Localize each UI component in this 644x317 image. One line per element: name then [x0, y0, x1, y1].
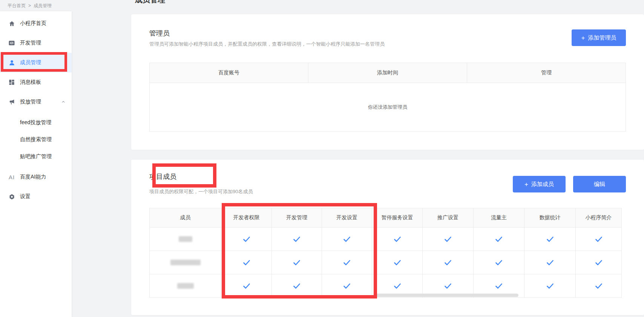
permission-cell	[524, 228, 576, 251]
sidebar-item-message-template[interactable]: 消息模板	[0, 72, 72, 92]
permission-cell	[474, 228, 524, 251]
permission-cell	[423, 228, 474, 251]
check-icon	[444, 260, 452, 266]
sidebar-item-miniprogram-home[interactable]: 小程序首页	[0, 14, 72, 33]
admin-card-description: 管理员可添加智能小程序项目成员，并配置成员的权限，查看详细说明，一个智能小程序只…	[149, 41, 385, 48]
member-name-blurred	[177, 283, 194, 289]
member-management-screen: 平台首页 > 成员管理 小程序首页 开发管理 成员管理 消息模	[0, 0, 644, 317]
member-card-description: 项目成员的权限可配，一个项目可添加90名成员	[149, 188, 253, 195]
member-table-header-traffic-owner: 流量主	[474, 208, 524, 228]
permission-cell	[372, 228, 423, 251]
check-icon	[394, 236, 401, 242]
sidebar-item-label: 开发管理	[20, 40, 41, 46]
sidebar-item-feed-delivery[interactable]: feed投放管理	[0, 114, 72, 131]
admin-table: 百度账号 添加时间 管理 你还没添加管理员	[149, 63, 626, 132]
megaphone-icon	[8, 98, 15, 105]
plus-icon: +	[524, 181, 528, 188]
sidebar-item-label: 消息模板	[20, 79, 41, 86]
permission-cell	[322, 251, 372, 274]
check-icon	[546, 283, 554, 289]
grid-icon	[8, 79, 15, 86]
sidebar-item-label: 成员管理	[20, 59, 41, 66]
member-icon	[8, 59, 15, 66]
sidebar-item-label: feed投放管理	[20, 119, 51, 126]
check-icon	[293, 260, 301, 266]
admin-table-empty-state: 你还没添加管理员	[150, 83, 626, 132]
permission-cell	[322, 274, 372, 298]
permission-cell	[576, 251, 622, 274]
add-admin-button[interactable]: + 添加管理员	[572, 29, 626, 46]
add-member-button[interactable]: + 添加成员	[513, 176, 566, 192]
plus-icon: +	[581, 35, 585, 41]
sidebar-item-settings[interactable]: 设置	[0, 187, 72, 206]
check-icon	[394, 260, 401, 266]
sidebar-item-label: 设置	[20, 193, 31, 200]
member-table-header-dev-permission: 开发者权限	[221, 208, 272, 228]
permission-cell	[524, 274, 576, 298]
breadcrumb-home-link[interactable]: 平台首页	[8, 3, 26, 9]
sidebar-item-delivery-management[interactable]: 投放管理	[0, 92, 72, 112]
horizontal-scrollbar[interactable]	[375, 294, 518, 297]
admin-table-header-manage: 管理	[467, 63, 626, 83]
permission-cell	[221, 251, 272, 274]
sidebar-item-tieba-promotion[interactable]: 贴吧推广管理	[0, 148, 72, 165]
check-icon	[595, 283, 603, 289]
sidebar-submenu-delivery: feed投放管理 自然搜索管理 贴吧推广管理	[0, 114, 72, 165]
gear-icon	[8, 193, 15, 200]
member-table: 成员 开发者权限 开发管理 开发设置 暂停服务设置 推广设置 流量主 数据统计 …	[149, 208, 622, 298]
member-table-header-dev-settings: 开发设置	[322, 208, 372, 228]
member-table-header-miniprogram-intro: 小程序简介	[576, 208, 622, 228]
sidebar-item-label: 自然搜索管理	[20, 136, 52, 143]
member-name-blurred	[179, 236, 192, 242]
member-name-cell	[150, 274, 221, 298]
member-card-title: 项目成员	[149, 172, 176, 181]
member-table-header-member: 成员	[150, 208, 221, 228]
permission-cell	[576, 274, 622, 298]
check-icon	[595, 236, 603, 242]
check-icon	[394, 283, 401, 289]
sidebar-item-baidu-ai[interactable]: AI 百度AI能力	[0, 167, 72, 187]
check-icon	[495, 236, 503, 242]
sidebar-item-label: 百度AI能力	[20, 174, 46, 180]
sidebar-item-label: 贴吧推广管理	[20, 153, 52, 160]
member-table-row	[150, 251, 622, 274]
add-admin-button-label: 添加管理员	[588, 34, 616, 42]
check-icon	[343, 283, 351, 289]
member-name-cell	[150, 228, 221, 251]
permission-cell	[474, 251, 524, 274]
check-icon	[444, 283, 452, 289]
sidebar-item-natural-search[interactable]: 自然搜索管理	[0, 131, 72, 148]
check-icon	[546, 260, 554, 266]
admin-card-title: 管理员	[149, 29, 170, 38]
sidebar-item-dev-management[interactable]: 开发管理	[0, 33, 72, 53]
breadcrumb-current: 成员管理	[34, 3, 52, 9]
member-table-header-dev-management: 开发管理	[272, 208, 322, 228]
check-icon	[243, 283, 250, 289]
check-icon	[343, 260, 351, 266]
check-icon	[495, 283, 503, 289]
member-table-header-pause-service: 暂停服务设置	[372, 208, 423, 228]
check-icon	[343, 236, 351, 242]
breadcrumb-separator: >	[28, 3, 31, 8]
check-icon	[495, 260, 503, 266]
add-member-button-label: 添加成员	[531, 181, 554, 188]
check-icon	[546, 236, 554, 242]
edit-button[interactable]: 编辑	[573, 176, 626, 192]
permission-cell	[524, 251, 576, 274]
member-name-cell	[150, 251, 221, 274]
check-icon	[243, 236, 250, 242]
permission-cell	[221, 228, 272, 251]
page-title: 成员管理	[135, 0, 165, 5]
permission-cell	[423, 251, 474, 274]
permission-cell	[372, 251, 423, 274]
sidebar-item-label: 投放管理	[20, 98, 41, 105]
home-icon	[8, 20, 15, 27]
permission-cell	[272, 251, 322, 274]
sidebar-item-member-management[interactable]: 成员管理	[0, 53, 72, 72]
permission-cell	[272, 274, 322, 298]
breadcrumb: 平台首页 > 成员管理	[0, 0, 644, 11]
admin-card: 管理员 管理员可添加智能小程序项目成员，并配置成员的权限，查看详细说明，一个智能…	[131, 14, 644, 150]
chevron-up-icon	[61, 100, 66, 104]
permission-cell	[272, 228, 322, 251]
sidebar-item-label: 小程序首页	[20, 20, 46, 27]
